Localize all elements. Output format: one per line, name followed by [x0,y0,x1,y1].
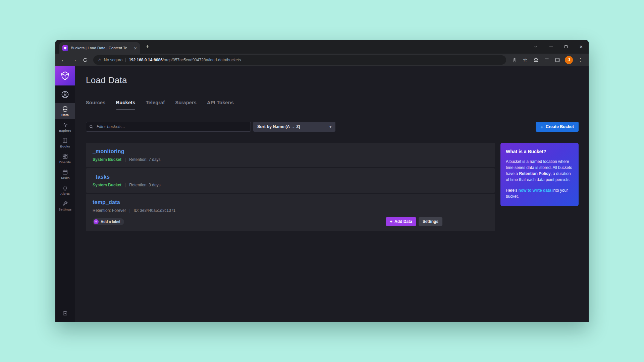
side-panel-icon[interactable] [552,55,562,65]
plus-icon: + [540,124,543,129]
app-sidebar: Data Explore Books Boards Tasks Alerts [55,66,75,322]
browser-tab-strip: Buckets | Load Data | Content Te × + × [55,40,589,54]
bucket-actions-row: + Add a label + Add Data Settings [93,217,488,226]
bucket-card: temp_data Retention: Forever | ID: 3e344… [86,194,495,231]
tab-buckets[interactable]: Buckets [116,100,136,110]
plus-icon: + [94,219,99,224]
info-panel-footer: Here's how to write data into your bucke… [506,187,573,199]
main-content: Load Data Sources Buckets Telegraf Scrap… [75,66,589,322]
bucket-buttons: + Add Data Settings [386,217,442,226]
create-bucket-label: Create Bucket [546,124,574,129]
bucket-meta: System Bucket | Retention: 7 days [93,157,488,162]
add-data-label: Add Data [394,219,412,224]
sidebar-item-label: Tasks [60,176,69,180]
buckets-section: _monitoring System Bucket | Retention: 7… [86,143,579,232]
bucket-meta: System Bucket | Retention: 3 days [93,183,488,187]
minimize-icon [549,47,553,47]
tab-close-icon[interactable]: × [134,46,137,51]
what-is-a-bucket-panel: What is a Bucket? A bucket is a named lo… [500,143,579,206]
retention-policy-bold: Retention Policy [519,171,550,176]
sidebar-item-boards[interactable]: Boards [55,150,75,166]
window-controls: × [528,40,589,54]
meta-divider: | [129,208,130,213]
add-label-button[interactable]: + Add a label [93,218,124,225]
reload-button[interactable] [80,55,90,65]
how-to-write-data-link[interactable]: how to write data [519,188,551,193]
influxdb-logo[interactable] [55,66,75,85]
filter-buckets-input[interactable] [86,122,251,132]
tab-scrapers[interactable]: Scrapers [175,100,197,110]
new-tab-button[interactable]: + [143,43,152,52]
sidebar-item-data[interactable]: Data [55,103,75,119]
retention-text: Retention: 7 days [129,157,160,162]
window-close-button[interactable]: × [574,40,589,54]
not-secure-warning-icon: ⚠ [98,58,102,62]
add-data-button[interactable]: + Add Data [386,217,416,226]
dashboard-icon [62,153,68,159]
browser-tab[interactable]: Buckets | Load Data | Content Te × [59,42,140,54]
sort-dropdown[interactable]: Sort by Name (A → Z) ▾ [253,122,335,132]
menu-kebab-icon[interactable]: ⋮ [576,55,585,65]
sidebar-item-label: Data [61,113,68,117]
graph-icon [62,122,68,128]
user-avatar-nav[interactable] [55,85,75,103]
plus-icon: + [390,219,392,224]
bucket-meta: Retention: Forever | ID: 3e3440a51d3c137… [93,208,488,213]
address-bar[interactable]: ⚠ No seguro 192.168.0.14:8086 /orgs/057a… [93,55,506,65]
sidebar-item-tasks[interactable]: Tasks [55,166,75,182]
bucket-name-link[interactable]: _monitoring [93,148,488,155]
bucket-id-text: ID: 3e3440a51d3c1371 [134,208,176,213]
tab-search-chevron-icon[interactable] [528,40,543,54]
bucket-card: _tasks System Bucket | Retention: 3 days [86,168,495,193]
extensions-icon[interactable] [531,55,541,65]
info-panel-title: What is a Bucket? [506,149,573,154]
bucket-controls-row: Sort by Name (A → Z) ▾ + Create Bucket [86,122,579,132]
sidebar-item-explore[interactable]: Explore [55,119,75,135]
meta-divider: | [125,183,126,187]
calendar-icon [62,169,68,175]
sidebar-item-alerts[interactable]: Alerts [55,182,75,198]
retention-text: Retention: Forever [93,208,126,213]
search-icon [89,124,94,129]
share-icon[interactable] [509,55,519,65]
sidebar-item-label: Settings [58,207,71,211]
bucket-card: _monitoring System Bucket | Retention: 7… [86,143,495,167]
system-bucket-badge: System Bucket [93,157,121,162]
tab-telegraf[interactable]: Telegraf [146,100,165,110]
omnibox-divider [125,58,126,62]
reading-list-icon[interactable] [542,55,551,65]
database-icon [62,106,68,112]
sidebar-item-books[interactable]: Books [55,135,75,150]
sidebar-item-label: Boards [59,160,71,164]
bookmark-star-icon[interactable]: ☆ [520,55,530,65]
wrench-icon [62,200,68,206]
meta-divider: | [125,157,126,162]
filter-buckets-container [86,122,251,132]
back-button[interactable]: ← [59,55,68,65]
tab-title: Buckets | Load Data | Content Te [71,46,131,50]
create-bucket-button[interactable]: + Create Bucket [536,122,579,132]
bucket-name-link[interactable]: temp_data [93,199,488,205]
security-label: No seguro [104,58,122,62]
url-path: /orgs/057ac5cad904728a/load-data/buckets [163,58,241,62]
forward-button[interactable]: → [69,55,79,65]
load-data-tabs: Sources Buckets Telegraf Scrapers API To… [86,100,579,110]
sidebar-item-label: Books [60,144,70,148]
notebook-icon [62,137,68,143]
tab-api-tokens[interactable]: API Tokens [207,100,234,110]
maximize-icon [565,45,568,48]
window-minimize-button[interactable] [543,40,558,54]
bucket-settings-button[interactable]: Settings [419,217,442,226]
settings-label: Settings [423,219,438,224]
sidebar-bottom-icon[interactable] [55,307,75,320]
sidebar-item-settings[interactable]: Settings [55,198,75,214]
bucket-name-link[interactable]: _tasks [93,174,488,180]
influxdb-favicon [62,45,68,51]
retention-text: Retention: 3 days [129,183,160,187]
tab-sources[interactable]: Sources [86,100,106,110]
window-maximize-button[interactable] [558,40,574,54]
influxdb-app: Data Explore Books Boards Tasks Alerts [55,66,589,322]
browser-window: Buckets | Load Data | Content Te × + × ←… [55,40,589,322]
chevron-down-icon: ▾ [329,125,331,129]
profile-avatar[interactable]: J [565,56,573,64]
